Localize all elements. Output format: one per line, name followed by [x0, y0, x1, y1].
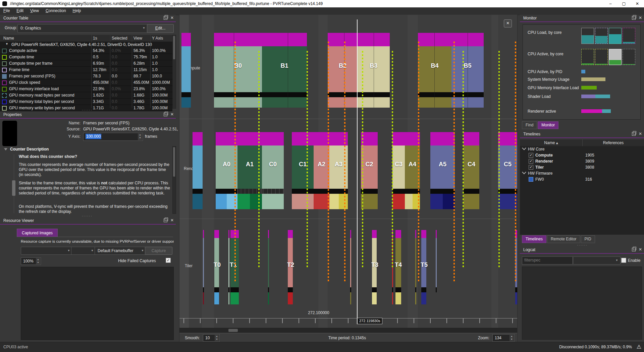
- counter-row[interactable]: Compute active54.3%0.0%56.3%100.0%: [0, 48, 172, 54]
- close-panel-icon[interactable]: ✕: [639, 132, 642, 136]
- timeline-close-button[interactable]: ✕: [504, 19, 512, 27]
- column-view[interactable]: View: [133, 36, 142, 41]
- timelines-header[interactable]: Name ▴ References: [520, 139, 644, 146]
- spinner-arrows-icon[interactable]: ▲▼: [36, 258, 40, 264]
- timeline-tree-row[interactable]: HW Core: [520, 146, 644, 152]
- warning-icon[interactable]: ⚠: [637, 344, 641, 350]
- counter-scrollbar[interactable]: [172, 35, 176, 109]
- menu-item-edit[interactable]: Edit: [13, 7, 27, 14]
- tab-find[interactable]: Find: [522, 121, 537, 129]
- column-references[interactable]: References: [583, 139, 644, 146]
- timeline-block-a2[interactable]: A2: [314, 15, 329, 328]
- timeline-tree-row[interactable]: HW Firmware: [520, 170, 644, 176]
- close-panel-icon[interactable]: ✕: [639, 16, 642, 20]
- hide-failed-checkbox[interactable]: ✓: [166, 258, 171, 263]
- counter-row[interactable]: Compute time0.50.075.79m1.0: [0, 54, 172, 60]
- tab-captured-images[interactable]: Captured Images: [17, 229, 58, 237]
- column-y-axis[interactable]: Y Axis: [152, 36, 163, 41]
- logcat-combobox[interactable]: ▼: [573, 256, 621, 265]
- close-button[interactable]: ✕: [631, 0, 644, 7]
- tab-timelines[interactable]: Timelines: [522, 235, 546, 243]
- maximize-button[interactable]: ▢: [617, 0, 631, 7]
- group-combobox[interactable]: 0: Graphics▼: [17, 24, 148, 33]
- column-1s[interactable]: 1s: [93, 36, 97, 41]
- timeline-block-c4[interactable]: C4: [464, 15, 479, 328]
- counter-row[interactable]: GPU memory interface load22.9%0.0%23.8%1…: [0, 86, 172, 92]
- timeline-block[interactable]: [228, 15, 229, 328]
- resource-combobox-2[interactable]: ▼: [71, 247, 96, 255]
- float-panel-icon[interactable]: [632, 16, 636, 20]
- column-name[interactable]: Name ▴: [520, 139, 583, 146]
- edit-button[interactable]: Edit...: [147, 24, 174, 33]
- tree-checkbox[interactable]: ✓: [529, 159, 533, 164]
- float-panel-icon[interactable]: [632, 248, 636, 251]
- timeline-block[interactable]: [203, 15, 204, 328]
- counter-table-header[interactable]: Name1sSelectedViewY Axis: [0, 35, 172, 42]
- timeline-block[interactable]: [181, 15, 191, 328]
- description-scroll-handle[interactable]: [12, 180, 15, 196]
- zoom-spinbox[interactable]: 100%▲▼: [21, 257, 41, 265]
- timeline-tree-row[interactable]: ✓Renderer3809: [520, 158, 644, 164]
- counter-row[interactable]: GPU memory total bytes per second3.34G0.…: [0, 99, 172, 105]
- close-panel-icon[interactable]: ✕: [170, 112, 174, 116]
- timeline-block-a5[interactable]: A5: [430, 15, 455, 328]
- timeline-hscrollbar[interactable]: [179, 328, 517, 333]
- timeline-block-t3[interactable]: T3: [372, 15, 377, 328]
- counter-row[interactable]: GPU clock speed455.00M0.0455.00M1000.00M: [0, 79, 172, 86]
- spinner-arrows-icon[interactable]: ▲▼: [215, 335, 219, 341]
- timeline-tree-row[interactable]: ✓Compute1905: [520, 152, 644, 158]
- float-panel-icon[interactable]: [632, 132, 636, 136]
- yaxis-input[interactable]: 100.000 ▲▼: [83, 133, 143, 141]
- device-row[interactable]: ▼ GPU PowerVR Series6XT, GX6250, Clyde 4…: [0, 42, 172, 48]
- collapse-triangle-icon[interactable]: [4, 148, 7, 151]
- timeline-tree-row[interactable]: ✓Tiler3808: [520, 164, 644, 170]
- float-panel-icon[interactable]: [164, 219, 167, 222]
- menu-item-help[interactable]: Help: [69, 7, 85, 14]
- timeline-block-c0[interactable]: C0: [262, 15, 284, 328]
- timeline-block-t4[interactable]: T4: [395, 15, 401, 328]
- timeline-tree-row[interactable]: FW0316: [520, 176, 644, 182]
- spinner-arrows-icon[interactable]: ▲▼: [509, 335, 514, 341]
- timeline-block[interactable]: [415, 15, 416, 328]
- smooth-spinbox[interactable]: 10▲▼: [203, 334, 220, 342]
- counter-row[interactable]: GPU memory read bytes per second1.62G0.0…: [0, 92, 172, 99]
- timeline-canvas[interactable]: Compute Renderer Tiler B0B1B2B3B4B5 A0A1…: [179, 15, 518, 343]
- minimize-button[interactable]: –: [604, 0, 617, 7]
- resource-combobox-1[interactable]: ▼: [21, 247, 72, 255]
- expander-chevron-icon[interactable]: [522, 170, 526, 174]
- counter-row[interactable]: Frames per second (FPS)78.30.089.7100.0: [0, 73, 172, 79]
- spinner-arrows-icon[interactable]: ▲▼: [138, 133, 142, 140]
- close-panel-icon[interactable]: ✕: [639, 247, 642, 251]
- timeline-block-t0[interactable]: T0: [214, 15, 219, 328]
- timeline-block[interactable]: [436, 15, 437, 328]
- counter-row[interactable]: Compute time per frame6.93m0.06.28m1.0: [0, 60, 172, 67]
- timeline-block-c5[interactable]: C5: [498, 15, 517, 328]
- timeline-block-t2[interactable]: T2: [288, 15, 293, 328]
- menu-item-file[interactable]: File: [0, 7, 13, 14]
- menu-item-connection[interactable]: Connection: [42, 7, 69, 14]
- framebuffer-combobox[interactable]: Default Framebuffer▼: [95, 247, 146, 255]
- timeline-block[interactable]: [268, 15, 269, 328]
- expander-chevron-icon[interactable]: [522, 146, 526, 150]
- close-panel-icon[interactable]: ✕: [170, 218, 174, 222]
- enable-checkbox[interactable]: [621, 258, 626, 263]
- tab-pid[interactable]: PID: [581, 235, 595, 243]
- column-name[interactable]: Name: [3, 36, 14, 41]
- filterspec-input[interactable]: filterspec: [522, 256, 573, 265]
- tab-monitor[interactable]: Monitor: [538, 121, 558, 129]
- close-panel-icon[interactable]: ✕: [170, 16, 174, 20]
- timeline-block-c1[interactable]: C1: [292, 15, 314, 328]
- time-cursor[interactable]: [357, 19, 358, 324]
- column-selected[interactable]: Selected: [112, 36, 127, 41]
- hscrollbar-handle[interactable]: [228, 329, 238, 332]
- collapse-triangle-icon[interactable]: ▼: [5, 42, 8, 46]
- timeline-block-t5[interactable]: T5: [421, 15, 426, 328]
- zoom-spinbox-timeline[interactable]: 134▲▼: [492, 334, 515, 342]
- tree-checkbox[interactable]: ✓: [529, 165, 533, 170]
- timeline-block[interactable]: [350, 15, 351, 328]
- timeline-block[interactable]: [193, 15, 203, 328]
- float-panel-icon[interactable]: [164, 16, 167, 20]
- float-panel-icon[interactable]: [164, 113, 167, 116]
- tab-remote-editor[interactable]: Remote Editor: [547, 235, 580, 243]
- tree-checkbox[interactable]: ✓: [529, 153, 533, 158]
